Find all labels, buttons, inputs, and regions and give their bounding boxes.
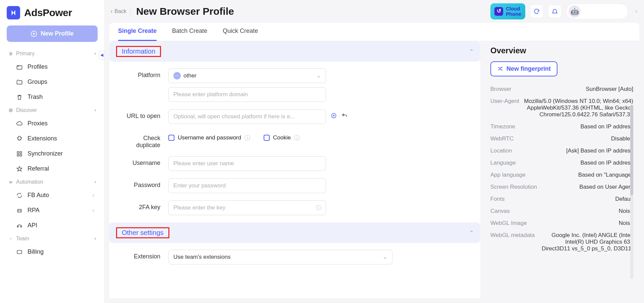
plus-circle-icon [331, 113, 337, 119]
section-team[interactable]: Team ▾ [7, 233, 98, 244]
section-primary[interactable]: Primary ▾ [7, 48, 98, 59]
robot-icon [8, 179, 13, 185]
overview-row: WebGL ImageNoise [490, 217, 633, 229]
tab-batch-create[interactable]: Batch Create [172, 27, 207, 41]
chevron-down-icon: ▾ [94, 180, 96, 184]
puzzle-icon [16, 135, 23, 142]
sidebar-item-synchronizer[interactable]: Synchronizer [7, 146, 98, 161]
section-discover[interactable]: Discover ▾ [7, 105, 98, 116]
accordion-other-settings[interactable]: Other settings ⌃ [109, 223, 480, 243]
user-menu[interactable]: 🤖 [566, 4, 628, 19]
form-column: Information ⌃ Platform ⋯other ⌄ [109, 41, 480, 299]
overview-row: Location[Ask] Based on IP address [490, 145, 633, 157]
scrollbar-thumb[interactable] [630, 105, 633, 195]
collapse-sidebar-button[interactable]: ◀ [99, 50, 105, 60]
refresh-icon [16, 192, 23, 199]
twofa-input[interactable] [168, 200, 326, 215]
page-title: New Browser Profile [136, 6, 234, 17]
compass-icon [8, 108, 13, 113]
overview-key: WebRTC [490, 135, 514, 142]
overview-value: Google Inc. (Intel) ANGLE (Intel, Intel(… [539, 232, 633, 252]
info-icon[interactable]: ⓘ [316, 204, 321, 211]
plus-circle-icon [31, 31, 37, 37]
overview-value: Based on User Agent [579, 184, 633, 190]
logo-text: AdsPower [24, 7, 72, 18]
url-input[interactable] [168, 109, 326, 124]
overview-key: WebGL Image [490, 220, 527, 227]
platform-domain-input[interactable] [168, 87, 326, 102]
svg-point-9 [18, 210, 19, 211]
sidebar-item-profiles[interactable]: Profiles [7, 59, 98, 74]
logo[interactable]: AdsPower [7, 6, 98, 19]
tab-quick-create[interactable]: Quick Create [223, 27, 258, 41]
sidebar-item-rpa[interactable]: RPA › [7, 203, 98, 218]
overview-value: Based on IP address [580, 160, 633, 166]
sidebar-item-groups[interactable]: Groups [7, 74, 98, 89]
undo-icon [341, 113, 347, 119]
add-url-button[interactable] [331, 113, 337, 120]
duplicate-label: Checkduplicate [115, 131, 168, 149]
extension-select[interactable]: Use team's extensions ⌄ [168, 250, 392, 264]
checkbox-cookie[interactable]: Cookie ⓘ [264, 134, 300, 142]
twofa-label: 2FA key [115, 200, 168, 211]
chevron-up-icon: ⌃ [469, 48, 474, 55]
platform-select[interactable]: ⋯other ⌄ [168, 68, 326, 83]
overview-value: Based on "Language" [578, 172, 633, 178]
sidebar-item-fb-auto[interactable]: FB Auto › [7, 188, 98, 203]
back-button[interactable]: ‹ Back [111, 8, 126, 14]
sidebar-item-extensions[interactable]: Extensions [7, 131, 98, 146]
url-label: URL to open [115, 109, 168, 120]
svg-rect-5 [17, 154, 19, 156]
sidebar-item-trash[interactable]: Trash [7, 89, 98, 105]
new-profile-button[interactable]: New Profile [7, 25, 98, 42]
shuffle-icon [497, 66, 503, 72]
undo-button[interactable] [341, 113, 347, 120]
sidebar-item-billing[interactable]: Billing [7, 244, 98, 259]
overview-row: CanvasNoise [490, 205, 633, 217]
chevron-right-icon: › [92, 192, 94, 199]
logo-icon [7, 6, 20, 19]
cloud-phone-button[interactable]: ↺ Cloud Phone [490, 3, 525, 19]
extension-label: Extension [115, 250, 168, 260]
username-input[interactable] [168, 156, 326, 171]
tabs: Single Create Batch Create Quick Create [109, 23, 639, 41]
checkbox-username-password[interactable]: Username and password ⓘ [168, 134, 250, 142]
overview-key: User-Agent [490, 98, 519, 118]
checkbox-icon [168, 135, 174, 141]
overview-title: Overview [490, 46, 633, 55]
svg-point-11 [17, 226, 18, 227]
username-label: Username [115, 156, 168, 167]
chevron-down-icon: ▾ [94, 236, 96, 241]
sidebar-item-api[interactable]: API [7, 218, 98, 233]
star-icon [16, 166, 23, 172]
overview-row: TimezoneBased on IP address [490, 121, 633, 133]
overview-value: SunBrowser [Auto] [586, 86, 633, 93]
overview-key: Location [490, 147, 512, 154]
overview-key: WebGL metadata [490, 232, 535, 252]
notifications-button[interactable] [548, 5, 561, 18]
chevron-right-icon[interactable]: › [635, 8, 637, 15]
svg-point-12 [20, 226, 21, 227]
overview-key: Browser [490, 86, 511, 93]
password-input[interactable] [168, 178, 326, 193]
dots-icon: ⋯ [173, 72, 181, 79]
sidebar-item-proxies[interactable]: Proxies [7, 116, 98, 131]
accordion-information[interactable]: Information ⌃ [109, 41, 480, 62]
overview-value: Mozilla/5.0 (Windows NT 10.0; Win64; x64… [524, 98, 633, 118]
sidebar-item-referral[interactable]: Referral [7, 161, 98, 176]
trash-icon [16, 94, 23, 101]
sync-button[interactable] [530, 5, 543, 18]
scrollbar[interactable] [630, 105, 633, 279]
new-fingerprint-button[interactable]: New fingerprint [490, 61, 557, 76]
overview-row: FontsDefault [490, 193, 633, 205]
overview-value: [Ask] Based on IP address [566, 147, 633, 154]
info-icon[interactable]: ⓘ [294, 134, 300, 142]
tab-single-create[interactable]: Single Create [118, 27, 157, 41]
info-icon[interactable]: ⓘ [245, 134, 250, 142]
svg-rect-3 [17, 152, 19, 153]
overview-row: WebGL metadataGoogle Inc. (Intel) ANGLE … [490, 229, 633, 255]
section-automation[interactable]: Automation ▾ [7, 176, 98, 188]
chevron-down-icon: ▾ [94, 51, 96, 56]
wallet-icon [16, 249, 23, 255]
chevron-down-icon: ⌄ [383, 253, 387, 260]
